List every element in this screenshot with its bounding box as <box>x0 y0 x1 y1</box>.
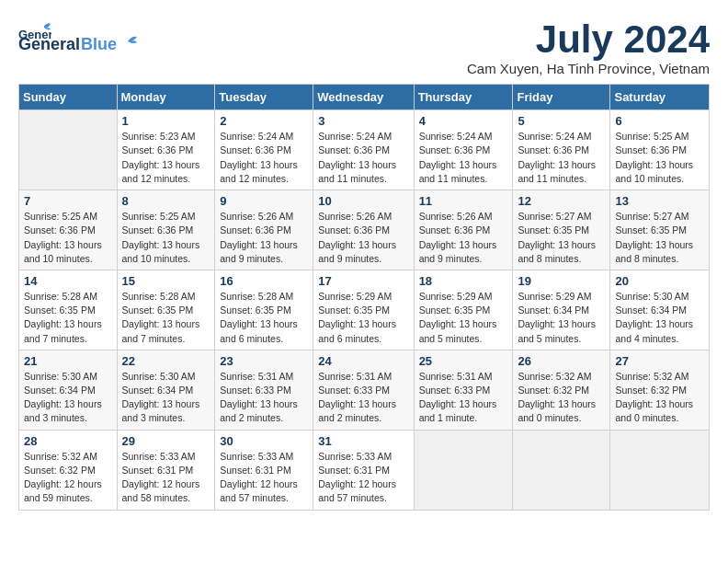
calendar-cell: 7Sunrise: 5:25 AMSunset: 6:36 PMDaylight… <box>19 190 118 270</box>
day-number: 30 <box>220 434 308 448</box>
column-header-sunday: Sunday <box>19 85 118 110</box>
day-number: 26 <box>518 354 605 368</box>
day-number: 31 <box>318 434 408 448</box>
day-info: Sunrise: 5:29 AMSunset: 6:34 PMDaylight:… <box>518 290 605 346</box>
calendar-week-row: 21Sunrise: 5:30 AMSunset: 6:34 PMDayligh… <box>19 350 710 430</box>
day-info: Sunrise: 5:30 AMSunset: 6:34 PMDaylight:… <box>24 370 112 426</box>
calendar-cell: 11Sunrise: 5:26 AMSunset: 6:36 PMDayligh… <box>414 190 513 270</box>
day-info: Sunrise: 5:32 AMSunset: 6:32 PMDaylight:… <box>24 450 112 506</box>
calendar-cell: 6Sunrise: 5:25 AMSunset: 6:36 PMDaylight… <box>610 110 710 190</box>
calendar-cell: 23Sunrise: 5:31 AMSunset: 6:33 PMDayligh… <box>215 350 313 430</box>
day-number: 19 <box>518 274 605 288</box>
calendar-cell: 25Sunrise: 5:31 AMSunset: 6:33 PMDayligh… <box>414 350 513 430</box>
day-info: Sunrise: 5:27 AMSunset: 6:35 PMDaylight:… <box>518 210 605 266</box>
day-number: 28 <box>24 434 112 448</box>
calendar-cell: 14Sunrise: 5:28 AMSunset: 6:35 PMDayligh… <box>19 270 118 350</box>
location-subtitle: Cam Xuyen, Ha Tinh Province, Vietnam <box>467 61 710 76</box>
day-number: 29 <box>122 434 210 448</box>
day-info: Sunrise: 5:26 AMSunset: 6:36 PMDaylight:… <box>220 210 308 266</box>
calendar-cell: 9Sunrise: 5:26 AMSunset: 6:36 PMDaylight… <box>215 190 313 270</box>
calendar-cell: 26Sunrise: 5:32 AMSunset: 6:32 PMDayligh… <box>513 350 610 430</box>
calendar-cell: 20Sunrise: 5:30 AMSunset: 6:34 PMDayligh… <box>610 270 710 350</box>
title-block: July 2024 Cam Xuyen, Ha Tinh Province, V… <box>467 18 710 76</box>
day-info: Sunrise: 5:28 AMSunset: 6:35 PMDaylight:… <box>24 290 112 346</box>
day-info: Sunrise: 5:24 AMSunset: 6:36 PMDaylight:… <box>419 130 508 186</box>
calendar-cell: 24Sunrise: 5:31 AMSunset: 6:33 PMDayligh… <box>313 350 414 430</box>
calendar-week-row: 1Sunrise: 5:23 AMSunset: 6:36 PMDaylight… <box>19 110 710 190</box>
day-info: Sunrise: 5:26 AMSunset: 6:36 PMDaylight:… <box>419 210 508 266</box>
day-number: 25 <box>419 354 508 368</box>
day-number: 6 <box>615 114 704 128</box>
calendar-cell: 10Sunrise: 5:26 AMSunset: 6:36 PMDayligh… <box>313 190 414 270</box>
day-info: Sunrise: 5:33 AMSunset: 6:31 PMDaylight:… <box>220 450 308 506</box>
calendar-cell: 16Sunrise: 5:28 AMSunset: 6:35 PMDayligh… <box>215 270 313 350</box>
day-info: Sunrise: 5:24 AMSunset: 6:36 PMDaylight:… <box>220 130 308 186</box>
day-number: 16 <box>220 274 308 288</box>
day-number: 13 <box>615 194 704 208</box>
page-header: General General Blue July 2024 Cam Xuyen… <box>18 18 710 76</box>
day-info: Sunrise: 5:33 AMSunset: 6:31 PMDaylight:… <box>122 450 210 506</box>
logo-blue-text: Blue <box>81 35 117 54</box>
calendar-week-row: 28Sunrise: 5:32 AMSunset: 6:32 PMDayligh… <box>19 430 710 510</box>
day-number: 20 <box>615 274 704 288</box>
calendar-cell: 5Sunrise: 5:24 AMSunset: 6:36 PMDaylight… <box>513 110 610 190</box>
calendar-cell: 12Sunrise: 5:27 AMSunset: 6:35 PMDayligh… <box>513 190 610 270</box>
calendar-cell <box>414 430 513 510</box>
day-info: Sunrise: 5:26 AMSunset: 6:36 PMDaylight:… <box>318 210 408 266</box>
logo-general-text: General <box>18 35 80 54</box>
calendar-cell: 19Sunrise: 5:29 AMSunset: 6:34 PMDayligh… <box>513 270 610 350</box>
day-number: 4 <box>419 114 508 128</box>
day-info: Sunrise: 5:28 AMSunset: 6:35 PMDaylight:… <box>122 290 210 346</box>
column-header-tuesday: Tuesday <box>215 85 313 110</box>
column-header-thursday: Thursday <box>414 85 513 110</box>
day-info: Sunrise: 5:25 AMSunset: 6:36 PMDaylight:… <box>122 210 210 266</box>
calendar-cell: 21Sunrise: 5:30 AMSunset: 6:34 PMDayligh… <box>19 350 118 430</box>
day-info: Sunrise: 5:33 AMSunset: 6:31 PMDaylight:… <box>318 450 408 506</box>
day-info: Sunrise: 5:25 AMSunset: 6:36 PMDaylight:… <box>615 130 704 186</box>
calendar-cell: 18Sunrise: 5:29 AMSunset: 6:35 PMDayligh… <box>414 270 513 350</box>
column-header-monday: Monday <box>117 85 215 110</box>
day-number: 5 <box>518 114 605 128</box>
day-number: 21 <box>24 354 112 368</box>
calendar-cell <box>19 110 118 190</box>
calendar-cell: 13Sunrise: 5:27 AMSunset: 6:35 PMDayligh… <box>610 190 710 270</box>
column-header-wednesday: Wednesday <box>313 85 414 110</box>
day-number: 1 <box>122 114 210 128</box>
column-header-saturday: Saturday <box>610 85 710 110</box>
column-header-friday: Friday <box>513 85 610 110</box>
day-info: Sunrise: 5:31 AMSunset: 6:33 PMDaylight:… <box>419 370 508 426</box>
day-info: Sunrise: 5:23 AMSunset: 6:36 PMDaylight:… <box>122 130 210 186</box>
day-number: 7 <box>24 194 112 208</box>
calendar-cell: 27Sunrise: 5:32 AMSunset: 6:32 PMDayligh… <box>610 350 710 430</box>
day-number: 9 <box>220 194 308 208</box>
calendar-cell <box>610 430 710 510</box>
calendar-cell: 3Sunrise: 5:24 AMSunset: 6:36 PMDaylight… <box>313 110 414 190</box>
day-number: 15 <box>122 274 210 288</box>
calendar-cell: 22Sunrise: 5:30 AMSunset: 6:34 PMDayligh… <box>117 350 215 430</box>
day-info: Sunrise: 5:25 AMSunset: 6:36 PMDaylight:… <box>24 210 112 266</box>
day-number: 23 <box>220 354 308 368</box>
logo-bird-icon <box>119 34 139 49</box>
month-title: July 2024 <box>467 18 710 61</box>
day-info: Sunrise: 5:32 AMSunset: 6:32 PMDaylight:… <box>615 370 704 426</box>
day-info: Sunrise: 5:30 AMSunset: 6:34 PMDaylight:… <box>615 290 704 346</box>
logo: General General Blue <box>18 18 139 54</box>
day-number: 17 <box>318 274 408 288</box>
day-info: Sunrise: 5:24 AMSunset: 6:36 PMDaylight:… <box>518 130 605 186</box>
calendar-cell: 8Sunrise: 5:25 AMSunset: 6:36 PMDaylight… <box>117 190 215 270</box>
calendar-cell: 1Sunrise: 5:23 AMSunset: 6:36 PMDaylight… <box>117 110 215 190</box>
calendar-cell: 4Sunrise: 5:24 AMSunset: 6:36 PMDaylight… <box>414 110 513 190</box>
day-info: Sunrise: 5:31 AMSunset: 6:33 PMDaylight:… <box>318 370 408 426</box>
day-info: Sunrise: 5:27 AMSunset: 6:35 PMDaylight:… <box>615 210 704 266</box>
calendar-cell: 15Sunrise: 5:28 AMSunset: 6:35 PMDayligh… <box>117 270 215 350</box>
day-number: 27 <box>615 354 704 368</box>
calendar-header-row: SundayMondayTuesdayWednesdayThursdayFrid… <box>19 85 710 110</box>
day-number: 14 <box>24 274 112 288</box>
day-info: Sunrise: 5:24 AMSunset: 6:36 PMDaylight:… <box>318 130 408 186</box>
calendar-cell: 2Sunrise: 5:24 AMSunset: 6:36 PMDaylight… <box>215 110 313 190</box>
calendar-cell: 17Sunrise: 5:29 AMSunset: 6:35 PMDayligh… <box>313 270 414 350</box>
calendar-cell: 28Sunrise: 5:32 AMSunset: 6:32 PMDayligh… <box>19 430 118 510</box>
calendar-cell: 29Sunrise: 5:33 AMSunset: 6:31 PMDayligh… <box>117 430 215 510</box>
day-info: Sunrise: 5:31 AMSunset: 6:33 PMDaylight:… <box>220 370 308 426</box>
calendar-cell: 31Sunrise: 5:33 AMSunset: 6:31 PMDayligh… <box>313 430 414 510</box>
